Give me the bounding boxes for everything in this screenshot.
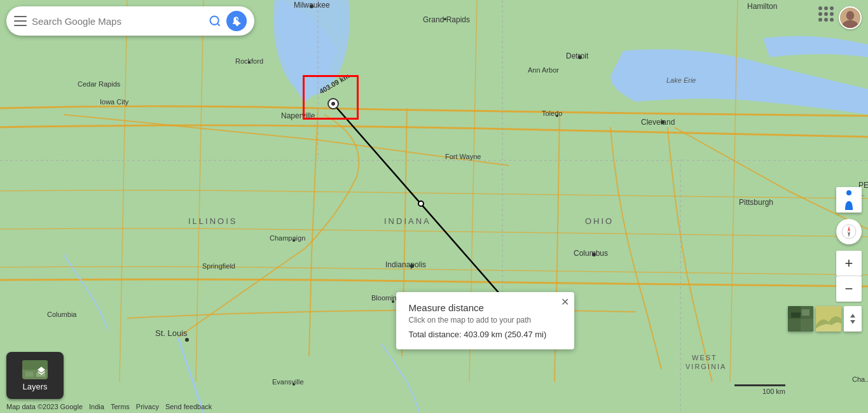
footer-feedback[interactable]: Send feedback	[165, 403, 212, 410]
svg-text:Naperville: Naperville	[281, 111, 315, 120]
distance-label: Total distance:	[409, 330, 462, 339]
svg-text:Grand Rapids: Grand Rapids	[423, 15, 470, 24]
svg-text:Detroit: Detroit	[566, 52, 589, 60]
svg-text:Springfield: Springfield	[202, 262, 235, 270]
streetview-button[interactable]	[836, 187, 862, 213]
scale-bar: 100 km	[734, 384, 785, 395]
svg-point-9	[331, 102, 335, 106]
svg-point-52	[185, 338, 189, 342]
footer-mapdata: Map data ©2023 Google	[6, 403, 83, 410]
svg-rect-71	[791, 312, 801, 318]
zoom-controls: + −	[836, 251, 862, 302]
apps-grid-button[interactable]	[818, 6, 834, 22]
svg-text:Pittsburgh: Pittsburgh	[739, 198, 773, 207]
svg-point-51	[592, 253, 596, 256]
svg-text:Evansville: Evansville	[272, 378, 304, 386]
layers-label: Layers	[22, 382, 47, 391]
footer: Map data ©2023 Google India Terms Privac…	[0, 400, 868, 413]
svg-point-67	[846, 190, 851, 195]
svg-point-44	[444, 18, 446, 20]
scale-label: 100 km	[762, 388, 785, 395]
svg-rect-62	[25, 372, 33, 377]
layers-button[interactable]: Layers	[6, 352, 64, 399]
popup-subtitle: Click on the map to add to your path	[409, 316, 561, 325]
svg-point-55	[210, 17, 219, 25]
svg-text:OHIO: OHIO	[585, 216, 614, 226]
svg-point-48	[248, 61, 251, 64]
svg-point-54	[293, 383, 295, 386]
svg-text:Cha...: Cha...	[852, 375, 868, 383]
svg-text:Indianapolis: Indianapolis	[385, 260, 426, 269]
svg-point-7	[418, 201, 424, 206]
svg-text:Iowa City: Iowa City	[100, 98, 129, 106]
svg-point-43	[310, 4, 313, 8]
zoom-out-button[interactable]: −	[836, 276, 862, 302]
search-button[interactable]	[209, 15, 221, 27]
search-bar	[6, 6, 254, 36]
zoom-in-button[interactable]: +	[836, 251, 862, 276]
popup-distance: Total distance: 403.09 km (250.47 mi)	[409, 330, 561, 339]
measure-distance-popup: ✕ Measure distance Click on the map to a…	[396, 292, 574, 349]
map-background: 403.09 km Milwaukee Grand Rapids Hamilto…	[0, 0, 868, 413]
terrain-view-button[interactable]	[816, 306, 841, 332]
svg-text:VIRGINIA: VIRGINIA	[685, 363, 726, 370]
svg-text:Columbus: Columbus	[574, 249, 608, 258]
svg-text:WEST: WEST	[692, 354, 717, 361]
user-avatar[interactable]	[839, 6, 862, 29]
satellite-view-button[interactable]	[788, 306, 813, 332]
svg-text:St. Louis: St. Louis	[155, 328, 188, 338]
svg-text:Ann Arbor: Ann Arbor	[528, 66, 559, 74]
svg-rect-70	[801, 319, 813, 332]
popup-title: Measure distance	[409, 302, 561, 313]
footer-terms[interactable]: Terms	[111, 403, 130, 410]
svg-point-46	[556, 115, 558, 117]
svg-text:Cedar Rapids: Cedar Rapids	[78, 80, 121, 88]
svg-point-53	[392, 300, 394, 303]
hamburger-icon	[14, 16, 27, 26]
svg-text:INDIANA: INDIANA	[384, 216, 431, 226]
search-input[interactable]	[32, 16, 203, 27]
hamburger-button[interactable]	[14, 16, 27, 26]
svg-text:Hamilton: Hamilton	[747, 2, 777, 11]
compass-button[interactable]	[836, 219, 862, 244]
svg-point-50	[410, 264, 414, 268]
distance-value: 403.09 km (250.47 mi)	[464, 330, 546, 339]
svg-text:Champaign: Champaign	[270, 234, 305, 242]
svg-text:Fort Wayne: Fort Wayne	[445, 153, 481, 160]
scale-line	[734, 384, 785, 386]
map-type-thumbnails	[788, 306, 862, 332]
svg-text:Toledo: Toledo	[542, 109, 562, 117]
svg-point-47	[661, 120, 665, 124]
svg-point-58	[846, 11, 854, 20]
svg-text:Rockford: Rockford	[235, 57, 263, 65]
svg-line-56	[217, 24, 220, 26]
svg-rect-72	[802, 309, 809, 316]
popup-close-button[interactable]: ✕	[561, 297, 569, 307]
svg-text:Cleveland: Cleveland	[641, 118, 675, 127]
svg-text:Lake Erie: Lake Erie	[666, 76, 696, 84]
footer-privacy[interactable]: Privacy	[136, 403, 159, 410]
svg-text:Columbia: Columbia	[47, 311, 77, 318]
map-container[interactable]: 403.09 km Milwaukee Grand Rapids Hamilto…	[0, 0, 868, 413]
directions-button[interactable]	[226, 11, 247, 31]
svg-text:ILLINOIS: ILLINOIS	[188, 216, 237, 226]
svg-point-45	[578, 55, 582, 59]
expand-map-button[interactable]	[844, 306, 862, 332]
footer-india[interactable]: India	[89, 403, 104, 410]
svg-point-49	[293, 239, 295, 242]
